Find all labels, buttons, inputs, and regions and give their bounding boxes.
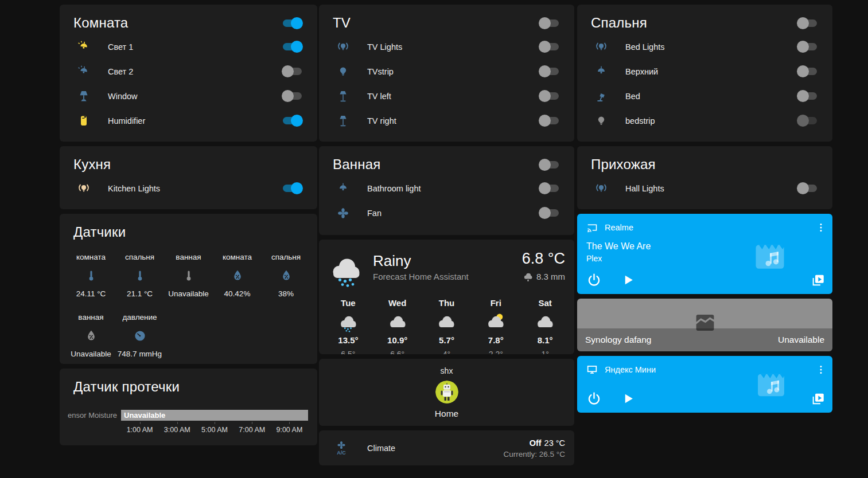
entity-row-humidifier[interactable]: Humidifier: [73, 108, 303, 133]
camera-name: Synology dafang: [585, 335, 651, 345]
card-kuhnya: Кухня Kitchen Lights: [60, 146, 317, 209]
person-name: shx: [441, 366, 453, 375]
entity-toggle[interactable]: [539, 41, 560, 53]
entity-name: Bathroom light: [367, 184, 421, 193]
entity-toggle[interactable]: [539, 65, 560, 77]
vannaya-master-toggle[interactable]: [539, 159, 560, 171]
column-left: Комната Свет 1 Свет 2 Window: [60, 5, 317, 445]
entity-row-verhniy[interactable]: Верхний: [591, 59, 818, 84]
weather-state: Rainy: [373, 252, 522, 270]
entity-toggle[interactable]: [539, 182, 560, 194]
monitor-icon: [586, 363, 598, 376]
history-state-bar: Unavailable: [121, 410, 308, 421]
card-title-datchiki: Датчики: [73, 224, 303, 240]
play-icon[interactable]: [620, 391, 636, 406]
entity-name: bedstrip: [625, 116, 655, 126]
floor-lamp-icon: [336, 89, 350, 103]
media-app: Plex: [577, 252, 832, 263]
media-player-name: Realme: [605, 223, 815, 232]
entity-toggle[interactable]: [282, 90, 303, 102]
entity-row-tvstrip[interactable]: TVstrip: [333, 59, 560, 84]
card-climate: Climate Off23 °C Currently: 26.5 °C: [319, 430, 574, 465]
glance-item[interactable]: спальня 38%: [262, 253, 310, 298]
glance-item[interactable]: комната 24.11 °C: [67, 253, 115, 298]
entity-name: TVstrip: [367, 67, 394, 76]
card-title-protechka: Датчик протечки: [73, 379, 303, 395]
media-title: The We We Are: [577, 234, 832, 252]
card-title-tv: TV: [333, 15, 539, 31]
entity-name: Свет 1: [108, 42, 133, 52]
entity-toggle[interactable]: [797, 41, 818, 53]
glance-value: Unavailable: [71, 350, 111, 358]
entity-toggle[interactable]: [797, 182, 818, 194]
card-title-prihozhaya: Прихожая: [591, 156, 818, 173]
forecast-day: Thu 5.7° 4°: [422, 298, 472, 354]
glance-item[interactable]: ванная Unavailable: [164, 253, 213, 298]
sconce-light-icon: [77, 65, 91, 79]
thermometer-icon: [133, 269, 147, 283]
entity-name: TV right: [367, 116, 396, 126]
entity-row-bedstrip[interactable]: bedstrip: [591, 108, 818, 133]
time-tick: 7:00 AM: [233, 422, 271, 434]
fan-icon: [336, 206, 350, 220]
weather-attribution: Forecast Home Assistant: [373, 272, 522, 281]
more-menu-icon[interactable]: [815, 363, 827, 376]
entity-row-tv-left[interactable]: TV left: [333, 84, 560, 108]
entity-row-bathroom-light[interactable]: Bathroom light: [333, 176, 560, 201]
desk-lamp-icon: [594, 89, 608, 103]
light-bulb-icon: [594, 114, 608, 128]
glance-label: комната: [76, 253, 106, 261]
hvac-icon: [333, 440, 350, 457]
glance-item[interactable]: ванная Unavailable: [67, 313, 115, 358]
power-icon[interactable]: [586, 391, 602, 406]
entity-toggle[interactable]: [282, 182, 303, 194]
lamp-icon: [77, 89, 91, 103]
browse-media-icon[interactable]: [811, 273, 826, 288]
card-weather[interactable]: Rainy Forecast Home Assistant 6.8 °C 8.3…: [319, 240, 574, 354]
glance-item[interactable]: спальня 21.1 °C: [115, 253, 164, 298]
light-group-icon: [336, 40, 350, 54]
glance-item[interactable]: давление 748.7 mmHg: [115, 313, 164, 358]
rainy-icon: [338, 311, 359, 334]
glance-value: 38%: [278, 289, 294, 298]
climate-row[interactable]: Climate Off23 °C Currently: 26.5 °C: [319, 430, 574, 465]
forecast-day: Sat 8.1° 1°: [520, 298, 570, 354]
entity-row-tv-lights[interactable]: TV Lights: [333, 34, 560, 59]
glance-item[interactable]: комната 40.42%: [213, 253, 262, 298]
entity-toggle[interactable]: [797, 65, 818, 77]
entity-row-kitchen-lights[interactable]: Kitchen Lights: [73, 176, 303, 201]
history-time-axis: 1:00 AM 3:00 AM 5:00 AM 7:00 AM 9:00 AM: [121, 422, 308, 434]
entity-row-window[interactable]: Window: [73, 84, 303, 108]
entity-toggle[interactable]: [282, 115, 303, 127]
browse-media-icon[interactable]: [811, 391, 826, 406]
entity-toggle[interactable]: [282, 41, 303, 53]
entity-row-svet1[interactable]: Свет 1: [73, 34, 303, 59]
entity-toggle[interactable]: [797, 115, 818, 127]
entity-toggle[interactable]: [797, 90, 818, 102]
entity-row-fan[interactable]: Fan: [333, 201, 560, 225]
entity-toggle[interactable]: [539, 207, 560, 219]
entity-name: Humidifier: [108, 116, 145, 126]
card-title-spalnya: Спальня: [591, 15, 797, 31]
cast-icon: [586, 221, 598, 234]
forecast-day: Fri 7.8° 2.2°: [471, 298, 520, 354]
sconce-light-icon: [77, 40, 91, 54]
entity-toggle[interactable]: [282, 65, 303, 77]
play-icon[interactable]: [620, 272, 636, 288]
entity-toggle[interactable]: [539, 115, 560, 127]
tv-master-toggle[interactable]: [539, 17, 560, 29]
entity-row-bed-lights[interactable]: Bed Lights: [591, 34, 818, 59]
entity-row-svet2[interactable]: Свет 2: [73, 59, 303, 84]
power-icon[interactable]: [586, 272, 602, 288]
entity-row-hall-lights[interactable]: Hall Lights: [591, 176, 818, 201]
more-menu-icon[interactable]: [815, 221, 827, 234]
spalnya-master-toggle[interactable]: [797, 17, 818, 29]
entity-row-tv-right[interactable]: TV right: [333, 108, 560, 133]
komnata-master-toggle[interactable]: [282, 17, 303, 29]
entity-row-bed[interactable]: Bed: [591, 84, 818, 108]
card-camera-synology[interactable]: Synology dafang Unavailable: [577, 299, 832, 351]
cloudy-icon: [535, 311, 555, 334]
avatar[interactable]: [435, 381, 458, 403]
glance-value: 748.7 mmHg: [118, 350, 162, 358]
entity-toggle[interactable]: [539, 90, 560, 102]
